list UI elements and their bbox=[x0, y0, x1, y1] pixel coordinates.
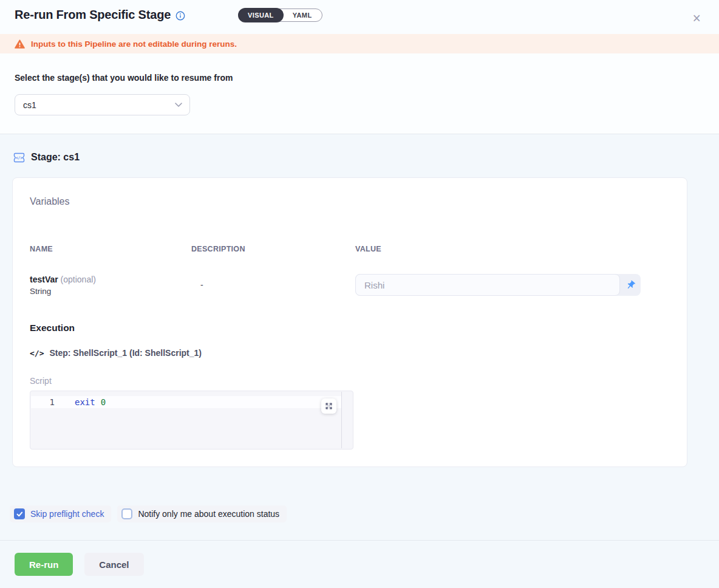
skip-preflight-checkbox[interactable] bbox=[14, 508, 25, 519]
warning-text: Inputs to this Pipeline are not editable… bbox=[31, 39, 237, 49]
stage-heading: Stage: cs1 bbox=[31, 152, 80, 163]
variable-type: String bbox=[30, 287, 191, 296]
main-section: </> Stage: cs1 Variables NAME DESCRIPTIO… bbox=[0, 134, 719, 541]
rerun-button[interactable]: Re-run bbox=[15, 553, 73, 576]
info-icon[interactable] bbox=[175, 11, 185, 21]
expand-editor-button[interactable] bbox=[321, 398, 336, 414]
stage-icon: </> bbox=[13, 152, 25, 163]
stage-select-label: Select the stage(s) that you would like … bbox=[15, 73, 704, 83]
skip-preflight-label: Skip preflight check bbox=[30, 509, 104, 519]
script-label: Script bbox=[30, 376, 670, 386]
skip-preflight-option[interactable]: Skip preflight check bbox=[10, 505, 111, 522]
tab-yaml[interactable]: YAML bbox=[283, 9, 322, 22]
pin-icon[interactable] bbox=[620, 280, 641, 290]
code-step-icon: </> bbox=[30, 349, 44, 358]
chevron-down-icon bbox=[175, 103, 182, 107]
code-line: 1 exit0 bbox=[30, 391, 353, 407]
page-title: Re-run From Specific Stage bbox=[15, 8, 171, 22]
variable-value-input[interactable] bbox=[355, 274, 620, 296]
modal-header: Re-run From Specific Stage VISUAL YAML × bbox=[0, 0, 719, 34]
modal-footer: Re-run Cancel bbox=[0, 541, 719, 588]
table-row: testVar (optional) String - bbox=[30, 274, 670, 296]
close-icon[interactable]: × bbox=[693, 12, 701, 26]
expand-icon bbox=[325, 402, 333, 410]
run-options: Skip preflight check Notify only me abou… bbox=[10, 505, 719, 522]
stage-header: </> Stage: cs1 bbox=[0, 134, 719, 163]
column-header-value: VALUE bbox=[355, 245, 670, 253]
code-text: exit0 bbox=[75, 397, 106, 407]
code-token-number: 0 bbox=[101, 397, 106, 407]
line-number: 1 bbox=[30, 397, 55, 407]
stage-inputs-card: Variables NAME DESCRIPTION VALUE testVar… bbox=[12, 177, 687, 467]
variables-title: Variables bbox=[30, 196, 670, 207]
variable-name: testVar bbox=[30, 275, 58, 284]
variable-value-field bbox=[355, 274, 641, 296]
cancel-button[interactable]: Cancel bbox=[84, 553, 143, 576]
tab-visual[interactable]: VISUAL bbox=[238, 8, 284, 22]
check-icon bbox=[16, 511, 23, 517]
column-header-description: DESCRIPTION bbox=[191, 245, 355, 253]
notify-only-me-option[interactable]: Notify only me about execution status bbox=[117, 505, 287, 522]
variable-name-cell: testVar (optional) String bbox=[30, 275, 191, 296]
variables-table-header: NAME DESCRIPTION VALUE bbox=[30, 245, 670, 253]
code-token-keyword: exit bbox=[75, 397, 95, 407]
visual-yaml-toggle[interactable]: VISUAL YAML bbox=[238, 9, 322, 22]
notify-only-me-label: Notify only me about execution status bbox=[138, 509, 279, 519]
notify-only-me-checkbox[interactable] bbox=[121, 508, 132, 519]
step-header: </> Step: ShellScript_1 (Id: ShellScript… bbox=[30, 348, 670, 358]
stage-select-section: Select the stage(s) that you would like … bbox=[0, 53, 719, 134]
script-code-editor[interactable]: 1 exit0 bbox=[30, 391, 353, 450]
editor-scrollbar[interactable] bbox=[341, 392, 342, 448]
variable-optional-note: (optional) bbox=[61, 275, 96, 284]
stage-dropdown[interactable]: cs1 bbox=[15, 94, 190, 115]
column-header-name: NAME bbox=[30, 245, 191, 253]
svg-text:</>: </> bbox=[16, 155, 23, 160]
variable-description: - bbox=[191, 280, 355, 290]
stage-dropdown-value: cs1 bbox=[23, 100, 36, 110]
warning-banner: Inputs to this Pipeline are not editable… bbox=[0, 34, 719, 53]
step-label: Step: ShellScript_1 (Id: ShellScript_1) bbox=[49, 348, 202, 358]
execution-title: Execution bbox=[30, 323, 670, 333]
warning-icon bbox=[15, 39, 25, 49]
